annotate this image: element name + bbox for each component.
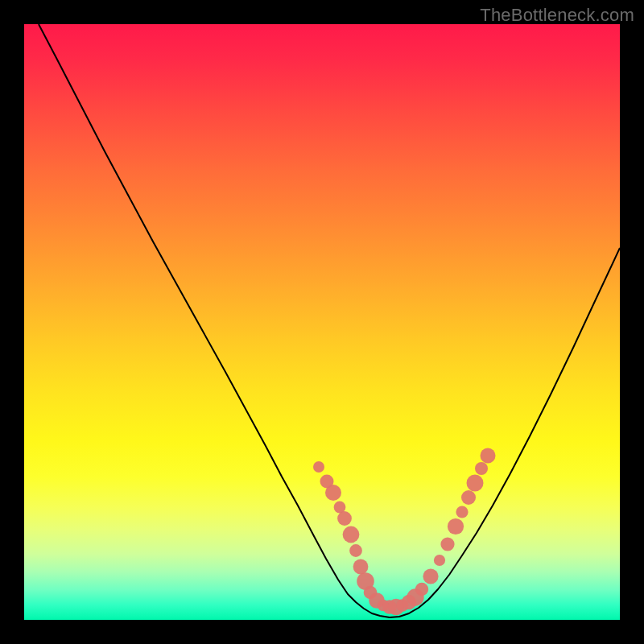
marker-dot	[467, 475, 484, 492]
marker-dot	[337, 511, 352, 526]
bottleneck-curve-line	[39, 24, 620, 617]
marker-dot	[325, 485, 341, 501]
marker-dot	[353, 559, 369, 575]
marker-dot	[461, 490, 476, 505]
marker-dot	[313, 461, 324, 473]
watermark-text: TheBottleneck.com	[480, 5, 634, 26]
marker-dots	[313, 448, 496, 616]
chart-svg	[24, 24, 620, 620]
marker-dot	[423, 568, 438, 584]
marker-dot	[481, 448, 496, 464]
marker-dot	[343, 526, 360, 543]
marker-dot	[475, 462, 488, 475]
marker-dot	[440, 537, 454, 551]
marker-dot	[448, 518, 464, 535]
marker-dot	[456, 506, 468, 518]
marker-dot	[415, 583, 428, 596]
marker-dot	[349, 544, 362, 557]
marker-dot	[434, 555, 445, 566]
plot-area	[24, 24, 620, 620]
bottleneck-curve	[39, 24, 620, 617]
